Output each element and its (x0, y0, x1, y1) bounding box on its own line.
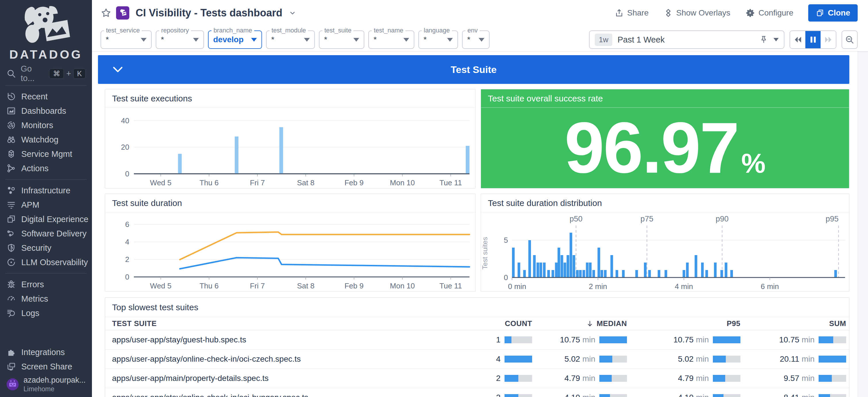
service-mgmt-icon (6, 149, 16, 159)
zoom-out-button[interactable] (842, 30, 858, 49)
filter-language[interactable]: language* (418, 30, 458, 49)
filter-value: * (324, 35, 327, 44)
sidebar-item-actions[interactable]: Actions (0, 161, 92, 176)
cell-median: 5.02min (532, 355, 627, 364)
sidebar-item-label: Metrics (21, 294, 48, 304)
filter-label: language (422, 27, 452, 34)
svg-text:Wed 5: Wed 5 (150, 281, 172, 290)
title-chevron-down-icon[interactable] (288, 9, 297, 17)
sidebar-item-apm[interactable]: APM (0, 197, 92, 212)
integrations-icon (6, 347, 16, 357)
filter-test_service[interactable]: test_service* (100, 30, 152, 49)
success-rate-number: 96.97 (564, 108, 738, 188)
clone-button[interactable]: Clone (808, 4, 858, 22)
sidebar-item-screen-share[interactable]: Screen Share (0, 359, 92, 374)
cell-value: 2 (496, 393, 500, 397)
filter-chevron-down-icon (304, 38, 310, 42)
cell-p95: 10.75min (627, 335, 740, 344)
column-header-count[interactable]: COUNT (460, 319, 532, 328)
configure-label: Configure (758, 8, 793, 18)
filter-env[interactable]: env* (462, 30, 490, 49)
sidebar-item-security[interactable]: Security (0, 241, 92, 255)
svg-text:Tue 11: Tue 11 (440, 178, 462, 187)
sidebar-item-monitors[interactable]: Monitors (0, 118, 92, 132)
filter-repository[interactable]: repository* (156, 30, 204, 49)
digital-experience-icon (6, 214, 16, 224)
sidebar-item-integrations[interactable]: Integrations (0, 345, 92, 359)
svg-text:0: 0 (125, 273, 129, 281)
sidebar-item-label: Actions (21, 164, 49, 173)
sidebar-item-label: Recent (21, 92, 48, 101)
share-button[interactable]: Share (615, 8, 649, 18)
filter-label: repository (159, 27, 191, 34)
scrollbar-gutter[interactable] (858, 51, 868, 397)
share-label: Share (627, 8, 649, 18)
sidebar-item-label: Software Delivery (21, 229, 87, 238)
sidebar-item-label: LLM Observability (21, 258, 88, 267)
sidebar-divider (5, 85, 87, 86)
sidebar-item-errors[interactable]: Errors (0, 277, 92, 292)
sidebar-item-software-delivery[interactable]: Software Delivery (0, 226, 92, 241)
column-header-median[interactable]: MEDIAN (532, 319, 627, 328)
infrastructure-icon (6, 186, 16, 195)
group-banner-test-suite[interactable]: Test Suite (98, 55, 849, 84)
user-menu[interactable]: azadeh.pourpak... Limehome (0, 374, 92, 397)
table-row[interactable]: apps/user-app/stay/online-check-in/oci-c… (105, 349, 849, 369)
time-forward-button[interactable] (820, 31, 836, 48)
panel-top-slowest-test-suites: Top slowest test suites TEST SUITECOUNTM… (105, 297, 849, 397)
cell-bar (818, 394, 846, 397)
duration-line-chart: 0246Wed 5Thu 6Fri 7Sat 8Feb 9Mon 10Tue 1… (105, 212, 475, 291)
column-header-sum[interactable]: SUM (740, 319, 846, 328)
table-row[interactable]: apps/user-app/main/property-details.spec… (105, 369, 849, 388)
table-row[interactable]: apps/user-app/stay/online-check-in/oci-h… (105, 388, 849, 397)
svg-text:0: 0 (125, 170, 129, 178)
sidebar-item-service-mgmt[interactable]: Service Mgmt (0, 147, 92, 161)
filter-test_suite[interactable]: test_suite* (319, 30, 364, 49)
filter-chevron-down-icon (447, 38, 453, 42)
cell-count: 4 (460, 355, 532, 364)
duration-distribution-histogram: 05p50p75p90p950 min2 min4 min6 minTest s… (481, 212, 849, 291)
sidebar-item-label: Screen Share (21, 362, 72, 371)
panel-header[interactable]: Test suite duration distribution (481, 194, 849, 212)
pin-icon[interactable] (759, 35, 768, 44)
collapse-chevron-icon[interactable] (112, 65, 124, 74)
filter-label: test_name (372, 27, 405, 34)
cell-bar (504, 356, 532, 363)
sidebar: DATADOG Go to... ⌘ + K RecentDashboardsM… (0, 0, 92, 397)
filter-label: test_module (270, 27, 308, 34)
sidebar-item-recent[interactable]: Recent (0, 89, 92, 104)
test-suite-name: apps/user-app/stay/online-check-in/oci-h… (112, 393, 460, 397)
sidebar-item-llm-observability[interactable]: LLM Observability (0, 255, 92, 270)
panel-header[interactable]: Test suite executions (105, 89, 475, 108)
time-range-picker[interactable]: 1w Past 1 Week (589, 30, 784, 49)
table-row[interactable]: apps/user-app/stay/guest-hub.spec.ts110.… (105, 330, 849, 349)
configure-button[interactable]: Configure (745, 8, 793, 18)
sidebar-item-watchdog[interactable]: Watchdog (0, 132, 92, 147)
time-pause-button[interactable] (805, 31, 820, 48)
filter-chevron-down-icon (403, 38, 409, 42)
time-backward-button[interactable] (790, 31, 805, 48)
sidebar-item-digital-experience[interactable]: Digital Experience (0, 212, 92, 226)
panel-header[interactable]: Test suite overall success rate (481, 89, 849, 108)
sidebar-item-logs[interactable]: Logs (0, 306, 92, 320)
sidebar-item-metrics[interactable]: Metrics (0, 292, 92, 306)
cell-value: 2 (496, 374, 500, 383)
column-header-test-suite[interactable]: TEST SUITE (112, 319, 460, 328)
avatar (6, 378, 19, 391)
sidebar-item-dashboards[interactable]: Dashboards (0, 104, 92, 118)
filter-test_module[interactable]: test_module* (266, 30, 315, 49)
goto-search[interactable]: Go to... ⌘ + K (0, 65, 92, 82)
panel-header[interactable]: Test suite duration (105, 194, 475, 212)
filter-branch_name[interactable]: branch_namedevelop (208, 30, 262, 49)
panel-header[interactable]: Top slowest test suites (105, 298, 849, 317)
svg-text:2: 2 (125, 255, 129, 264)
show-overlays-button[interactable]: Show Overlays (664, 8, 731, 18)
svg-text:Sat 8: Sat 8 (297, 281, 315, 290)
column-header-p95[interactable]: P95 (627, 319, 740, 328)
svg-text:Fri 7: Fri 7 (250, 281, 265, 290)
filter-test_name[interactable]: test_name* (368, 30, 414, 49)
favorite-star-icon[interactable] (100, 7, 112, 19)
column-header-label: MEDIAN (596, 319, 627, 328)
sidebar-item-infrastructure[interactable]: Infrastructure (0, 183, 92, 197)
svg-text:20: 20 (121, 143, 129, 151)
